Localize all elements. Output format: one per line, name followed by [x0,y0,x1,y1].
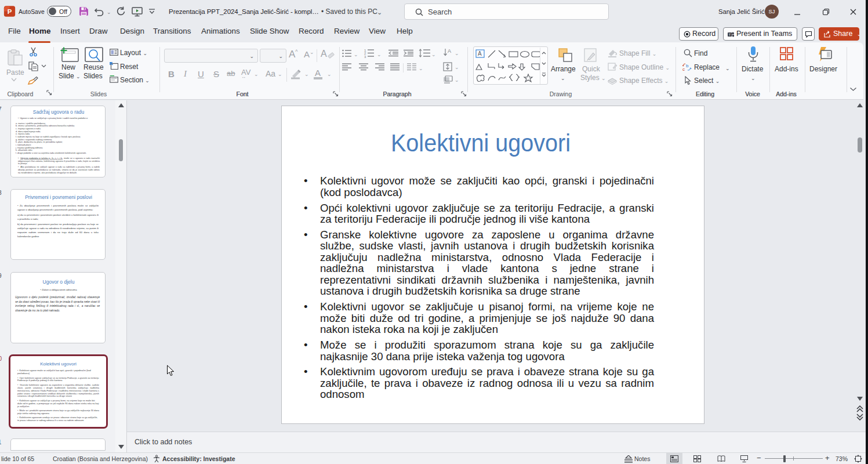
svg-text:c: c [682,67,685,71]
svg-text:P: P [8,8,12,15]
svg-text:A: A [448,48,451,54]
svg-text:b: b [686,63,689,68]
svg-text:A: A [478,50,482,57]
svg-text:3: 3 [364,55,366,59]
